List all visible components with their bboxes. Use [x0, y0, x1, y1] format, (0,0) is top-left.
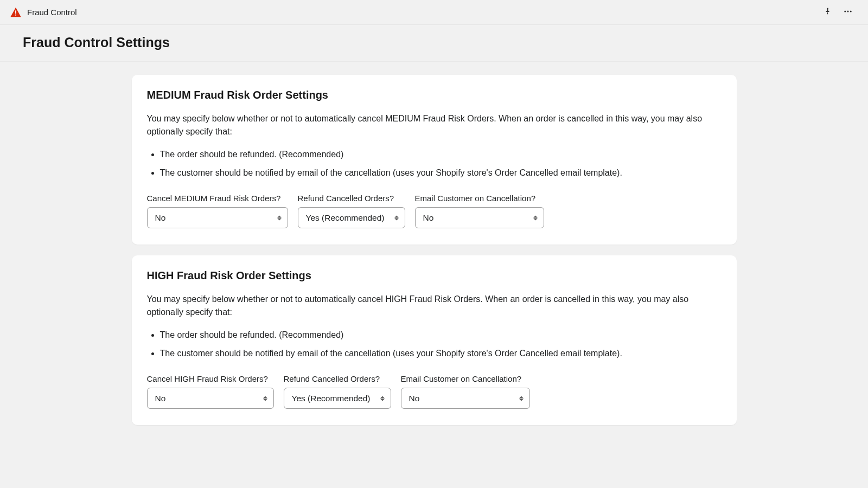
- medium-selects-row: Cancel MEDIUM Fraud Risk Orders? No Refu…: [147, 194, 722, 228]
- high-bullet-list: The order should be refunded. (Recommend…: [147, 329, 722, 360]
- high-refund-label: Refund Cancelled Orders?: [284, 374, 391, 383]
- header-actions: [823, 7, 858, 18]
- page-title-bar: Fraud Control Settings: [0, 25, 868, 62]
- app-title: Fraud Control: [27, 8, 77, 17]
- medium-cancel-select[interactable]: No: [147, 207, 288, 228]
- page-title: Fraud Control Settings: [23, 35, 845, 50]
- medium-risk-card: MEDIUM Fraud Risk Order Settings You may…: [132, 75, 737, 245]
- high-risk-card: HIGH Fraud Risk Order Settings You may s…: [132, 255, 737, 425]
- medium-bullet-list: The order should be refunded. (Recommend…: [147, 148, 722, 179]
- medium-email-select-wrap: No: [415, 207, 544, 228]
- high-cancel-group: Cancel HIGH Fraud Risk Orders? No: [147, 374, 274, 409]
- high-cancel-label: Cancel HIGH Fraud Risk Orders?: [147, 374, 274, 383]
- medium-bullet-2: The customer should be notified by email…: [160, 166, 722, 179]
- header-left: Fraud Control: [10, 7, 823, 18]
- high-email-select-wrap: No: [401, 388, 530, 409]
- medium-email-label: Email Customer on Cancellation?: [415, 194, 544, 203]
- pin-icon[interactable]: [823, 7, 832, 18]
- high-email-label: Email Customer on Cancellation?: [401, 374, 530, 383]
- more-horizontal-icon[interactable]: [843, 7, 853, 18]
- medium-bullet-1: The order should be refunded. (Recommend…: [160, 148, 722, 161]
- medium-email-group: Email Customer on Cancellation? No: [415, 194, 544, 228]
- high-refund-select[interactable]: Yes (Recommended): [284, 388, 391, 409]
- svg-point-3: [847, 10, 849, 12]
- high-cancel-select-wrap: No: [147, 388, 274, 409]
- high-refund-group: Refund Cancelled Orders? Yes (Recommende…: [284, 374, 391, 409]
- svg-point-2: [844, 10, 846, 12]
- medium-card-title: MEDIUM Fraud Risk Order Settings: [147, 89, 722, 101]
- svg-point-4: [850, 10, 852, 12]
- high-bullet-2: The customer should be notified by email…: [160, 347, 722, 360]
- svg-rect-1: [15, 14, 16, 15]
- high-card-title: HIGH Fraud Risk Order Settings: [147, 269, 722, 282]
- content-area: MEDIUM Fraud Risk Order Settings You may…: [0, 62, 868, 447]
- high-email-group: Email Customer on Cancellation? No: [401, 374, 530, 409]
- high-email-select[interactable]: No: [401, 388, 530, 409]
- medium-refund-select-wrap: Yes (Recommended): [298, 207, 405, 228]
- warning-triangle-icon: [10, 7, 22, 18]
- medium-card-desc: You may specify below whether or not to …: [147, 112, 722, 138]
- svg-rect-0: [15, 10, 16, 14]
- high-refund-select-wrap: Yes (Recommended): [284, 388, 391, 409]
- medium-email-select[interactable]: No: [415, 207, 544, 228]
- app-header: Fraud Control: [0, 0, 868, 25]
- medium-refund-group: Refund Cancelled Orders? Yes (Recommende…: [298, 194, 405, 228]
- high-card-desc: You may specify below whether or not to …: [147, 293, 722, 319]
- medium-refund-select[interactable]: Yes (Recommended): [298, 207, 405, 228]
- medium-cancel-label: Cancel MEDIUM Fraud Risk Orders?: [147, 194, 288, 203]
- high-selects-row: Cancel HIGH Fraud Risk Orders? No Refund…: [147, 374, 722, 409]
- medium-cancel-select-wrap: No: [147, 207, 288, 228]
- high-cancel-select[interactable]: No: [147, 388, 274, 409]
- medium-refund-label: Refund Cancelled Orders?: [298, 194, 405, 203]
- high-bullet-1: The order should be refunded. (Recommend…: [160, 329, 722, 342]
- medium-cancel-group: Cancel MEDIUM Fraud Risk Orders? No: [147, 194, 288, 228]
